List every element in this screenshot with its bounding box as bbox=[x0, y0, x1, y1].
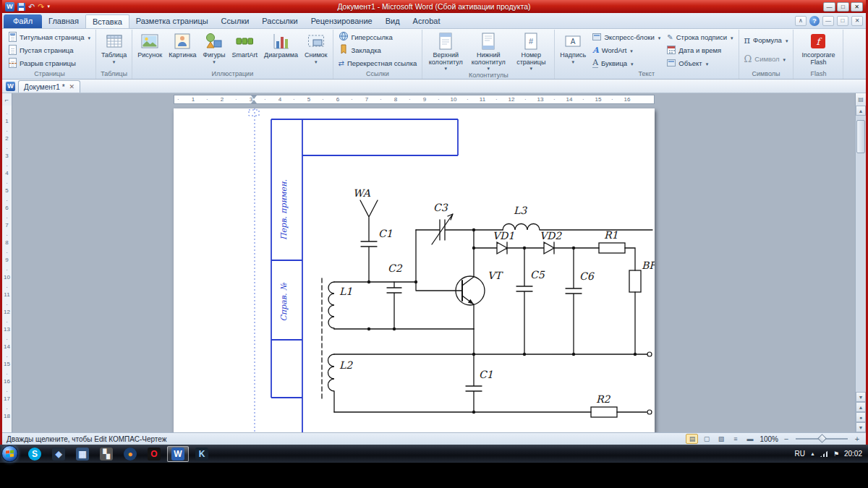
bookmark-button[interactable]: Закладка bbox=[336, 43, 384, 56]
doc-minimize-button[interactable]: — bbox=[822, 16, 834, 26]
taskbar-icon-firefox[interactable]: ● bbox=[119, 446, 141, 462]
maximize-button[interactable]: □ bbox=[837, 2, 849, 12]
kompas-drawing[interactable]: Перв. примен. Справ. № bbox=[174, 108, 655, 432]
tab-home[interactable]: Главная bbox=[42, 14, 85, 28]
symbol-button[interactable]: Ω Символ bbox=[741, 49, 789, 68]
qat-customize-caret-icon[interactable]: ▾ bbox=[47, 4, 50, 9]
taskbar-icon-kompas[interactable]: K bbox=[191, 446, 213, 462]
cross-reference-button[interactable]: ⇄ Перекрестная ссылка bbox=[336, 56, 420, 69]
select-browse-object-button[interactable]: ● bbox=[856, 412, 866, 422]
start-button[interactable] bbox=[1, 445, 18, 462]
save-icon[interactable] bbox=[17, 3, 25, 11]
outline-view-button[interactable]: ≡ bbox=[729, 434, 741, 444]
footer-button[interactable]: Нижний колонтитул bbox=[467, 30, 509, 71]
chart-button[interactable]: Диаграмма bbox=[261, 30, 301, 59]
quick-parts-button[interactable]: Экспресс-блоки bbox=[590, 30, 663, 43]
scrollbar-thumb[interactable] bbox=[856, 120, 865, 153]
text-box-button[interactable]: A Надпись bbox=[557, 30, 589, 64]
scroll-down-icon[interactable]: ▼ bbox=[856, 392, 866, 402]
smartart-icon bbox=[235, 32, 254, 51]
drop-cap-button[interactable]: A Буквица bbox=[590, 56, 663, 69]
draft-view-button[interactable]: ▬ bbox=[744, 434, 756, 444]
flash-button[interactable]: f Incorporare Flash bbox=[796, 30, 841, 66]
page-break-button[interactable]: Разрыв страницы bbox=[6, 56, 79, 69]
scrollbar-track[interactable] bbox=[856, 116, 866, 392]
text-box-icon: A bbox=[563, 32, 582, 51]
h-ruler-mark: 6 bbox=[323, 95, 352, 103]
cover-page-button[interactable]: Титульная страница bbox=[6, 30, 93, 43]
taskbar-icon-app4[interactable]: ▚ bbox=[95, 446, 117, 462]
taskbar-icon-word[interactable]: W bbox=[167, 446, 189, 462]
help-icon[interactable]: ? bbox=[809, 16, 820, 26]
previous-page-button[interactable]: ▲ bbox=[856, 402, 866, 412]
taskbar-icon-opera[interactable]: O bbox=[143, 446, 165, 462]
tab-mailings[interactable]: Рассылки bbox=[255, 14, 304, 28]
word-logo-icon[interactable]: W bbox=[5, 2, 14, 12]
network-icon[interactable] bbox=[820, 450, 828, 457]
signature-line-button[interactable]: ✎ Строка подписи bbox=[664, 30, 736, 43]
taskbar-icon-skype[interactable]: S bbox=[24, 446, 46, 462]
screenshot-button[interactable]: Снимок bbox=[302, 30, 331, 64]
shapes-button[interactable]: Фигуры bbox=[200, 30, 229, 64]
wordart-button[interactable]: A WordArt bbox=[590, 43, 663, 56]
language-indicator[interactable]: RU bbox=[795, 450, 805, 458]
taskbar-icon-app2[interactable]: ◆ bbox=[48, 446, 69, 462]
scroll-up-icon[interactable]: ▲ bbox=[856, 106, 866, 116]
tab-file[interactable]: Файл bbox=[4, 14, 42, 28]
date-time-button[interactable]: Дата и время bbox=[664, 43, 736, 56]
view-ruler-toggle-button[interactable]: ▤ bbox=[855, 93, 866, 106]
tab-view[interactable]: Вид bbox=[379, 14, 407, 28]
v-ruler[interactable]: 123456789101112131415161718 bbox=[2, 106, 12, 432]
doc-restore-button[interactable]: □ bbox=[837, 16, 848, 26]
web-layout-view-button[interactable]: ▧ bbox=[715, 434, 727, 444]
system-tray: RU ▲ ⚑ 20:02 bbox=[795, 450, 863, 458]
zoom-out-button[interactable]: − bbox=[782, 435, 791, 443]
clock[interactable]: 20:02 bbox=[844, 450, 862, 458]
doc-close-button[interactable]: ✕ bbox=[851, 16, 863, 26]
table-button[interactable]: Таблица bbox=[98, 30, 129, 64]
vertical-scrollbar[interactable]: ▲ ▼ ▲ ● ▼ bbox=[855, 106, 866, 432]
hidden-icons-caret-icon[interactable]: ▲ bbox=[810, 451, 815, 456]
tab-acrobat[interactable]: Acrobat bbox=[407, 14, 447, 28]
tab-insert[interactable]: Вставка bbox=[85, 14, 129, 28]
redo-icon[interactable]: ↷ bbox=[38, 3, 44, 11]
smartart-button[interactable]: SmartArt bbox=[229, 30, 261, 59]
close-button[interactable]: ✕ bbox=[851, 2, 863, 12]
blank-page-button[interactable]: Пустая страница bbox=[6, 43, 76, 56]
picture-button[interactable]: Рисунок bbox=[135, 30, 165, 59]
page-number-button[interactable]: # Номер страницы bbox=[510, 30, 552, 71]
document-tab-close-icon[interactable]: ✕ bbox=[69, 83, 75, 90]
fullscreen-view-button[interactable]: ▢ bbox=[700, 434, 712, 444]
clipart-button[interactable]: Картинка bbox=[166, 30, 199, 59]
object-button[interactable]: Объект bbox=[664, 56, 736, 69]
collapse-ribbon-icon[interactable]: ∧ bbox=[795, 16, 807, 26]
next-page-button[interactable]: ▼ bbox=[856, 422, 866, 432]
zoom-slider-thumb[interactable] bbox=[817, 434, 827, 443]
action-center-flag-icon[interactable]: ⚑ bbox=[833, 450, 839, 458]
zoom-in-button[interactable]: + bbox=[853, 435, 861, 443]
header-button[interactable]: Верхний колонтитул bbox=[425, 30, 467, 71]
taskbar-icon-app3[interactable]: ▦ bbox=[72, 446, 93, 462]
equation-button[interactable]: π Формула bbox=[741, 30, 791, 49]
undo-icon[interactable]: ↶ bbox=[28, 3, 35, 11]
cover-page-label: Титульная страница bbox=[20, 33, 84, 41]
tab-references[interactable]: Ссылки bbox=[215, 14, 256, 28]
h-ruler[interactable]: 12345678910111213141516 bbox=[174, 95, 655, 104]
document-tab[interactable]: Документ1 * ✕ bbox=[18, 80, 80, 93]
dropdown-caret-icon bbox=[629, 46, 633, 54]
date-time-icon bbox=[667, 46, 676, 54]
h-ruler-mark: 15 bbox=[584, 95, 613, 103]
circuit-label-vd2: VD2 bbox=[540, 230, 562, 241]
tab-review[interactable]: Рецензирование bbox=[305, 14, 379, 28]
print-layout-view-button[interactable]: ▤ bbox=[686, 434, 698, 444]
word-glyph-icon: W bbox=[171, 448, 184, 461]
document-page[interactable]: Перв. примен. Справ. № bbox=[174, 108, 655, 432]
tab-page-layout[interactable]: Разметка страницы bbox=[129, 14, 215, 28]
hyperlink-button[interactable]: Гиперссылка bbox=[336, 30, 396, 43]
zoom-slider[interactable] bbox=[796, 438, 848, 440]
document-canvas[interactable]: Перв. примен. Справ. № bbox=[12, 106, 855, 432]
minimize-button[interactable]: — bbox=[823, 2, 835, 12]
tab-selector[interactable]: ⌐ bbox=[2, 93, 12, 106]
circuit-label-l3: L3 bbox=[514, 205, 527, 216]
zoom-level[interactable]: 100% bbox=[760, 435, 778, 443]
